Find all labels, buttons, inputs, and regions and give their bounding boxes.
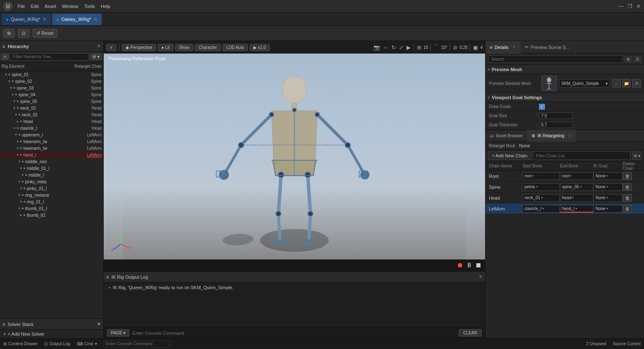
ik-retargeting-tab-close[interactable]: ✕: [568, 133, 571, 138]
asset-browser-tab[interactable]: 🗂 Asset Browser: [486, 130, 527, 142]
delete-chain-head-button[interactable]: 🗑: [623, 194, 632, 202]
list-item[interactable]: ▾ ✦ clavicle_l Head: [0, 125, 103, 131]
ik-retargeting-tab[interactable]: ⚙ IK Retargeting ✕: [527, 130, 576, 142]
viewport-goal-section-header[interactable]: ▾ Viewport Goal Settings: [486, 93, 644, 102]
preview-scene-tab[interactable]: ✏ Preview Scene S...: [521, 41, 574, 54]
perspective-button[interactable]: ◉ Perspective: [122, 44, 156, 51]
list-item-highlighted[interactable]: ▾ ✦ hand_l LeftArm: [0, 151, 103, 158]
list-item[interactable]: ▾ ✦ spine_02 Spine: [0, 78, 103, 85]
tab-close-oakley[interactable]: ✕: [94, 17, 97, 22]
details-search-input[interactable]: [488, 55, 623, 63]
minimize-button[interactable]: —: [618, 3, 624, 9]
list-item[interactable]: ▸ ✦ thumb_02: [0, 212, 103, 218]
list-item[interactable]: ▾ ✦ spine_03 Spine: [0, 85, 103, 91]
list-item[interactable]: ▾ ✦ lowerarm_tw LeftArm: [0, 145, 103, 151]
log-close[interactable]: ✕: [479, 274, 483, 280]
list-item[interactable]: ▾ ✦ middle_01_l: [0, 165, 103, 172]
maximize-button[interactable]: ❐: [628, 3, 632, 9]
end-bone-head-dropdown[interactable]: head ▾: [560, 194, 593, 202]
goal-head-dropdown[interactable]: None ▾: [593, 194, 623, 202]
start-bone-spine-dropdown[interactable]: pelvis ▾: [522, 183, 560, 191]
start-bone-root-dropdown[interactable]: root ▾: [522, 172, 560, 180]
list-item[interactable]: ▾ ✦ pinky_01_l: [0, 185, 103, 192]
list-item[interactable]: ▾ ✦ lowerarm_tw LeftArm: [0, 138, 103, 145]
list-item[interactable]: ▾ ✦ spine_01 Spine: [0, 71, 103, 78]
start-bone-head-dropdown[interactable]: neck_01 ▾: [522, 194, 560, 202]
grid-icon[interactable]: ⊞: [416, 44, 422, 51]
speed-button[interactable]: ▶ x1.0: [250, 44, 270, 51]
list-item[interactable]: ▾ ✦ ring_01_l: [0, 198, 103, 205]
lod-button[interactable]: LOD Auto: [222, 44, 248, 51]
list-item[interactable]: ▾ ✦ pinky_meta: [0, 178, 103, 185]
hierarchy-settings-button[interactable]: ⚙ ▾: [90, 54, 102, 60]
hierarchy-close[interactable]: ✕: [97, 44, 101, 49]
goal-root-dropdown[interactable]: None ▾: [593, 172, 623, 180]
details-view-button[interactable]: ⊞: [624, 56, 632, 62]
end-bone-spine-dropdown[interactable]: spine_05 ▾: [560, 183, 593, 191]
menu-help[interactable]: Help: [101, 4, 110, 9]
tab-close-queen[interactable]: ✕: [43, 17, 46, 22]
list-item[interactable]: ▾ ✦ thumb_01_l: [0, 205, 103, 212]
chain-settings-button[interactable]: ⚙ ▾: [632, 151, 641, 160]
mesh-use-button[interactable]: ←: [612, 79, 621, 87]
menu-window[interactable]: Window: [62, 4, 78, 9]
camera-icon[interactable]: 📷: [373, 44, 381, 51]
preview-mesh-section-header[interactable]: ▾ Preview Mesh: [486, 65, 644, 74]
lit-button[interactable]: ● Lit: [158, 44, 174, 51]
angle-icon[interactable]: ⌒: [433, 44, 440, 51]
delete-chain-leftarm-button[interactable]: 🗑: [623, 205, 632, 213]
list-item[interactable]: ▾ ✦ spine_04 Spine: [0, 91, 103, 98]
draw-goals-checkbox[interactable]: ✓: [539, 104, 545, 110]
tab-oakley-ikrig[interactable]: ♦ Oakley_IKRig* ✕: [52, 13, 102, 25]
list-item[interactable]: ▾ ✦ neck_02 Head: [0, 111, 103, 118]
list-item[interactable]: ▾ ✦ ring_metacar: [0, 192, 103, 198]
record-button[interactable]: ⏺: [457, 262, 463, 269]
goal-spine-dropdown[interactable]: None ▾: [593, 183, 623, 191]
character-button[interactable]: Character: [195, 44, 221, 51]
hierarchy-add-button[interactable]: +: [2, 54, 8, 60]
chain-row-leftarm[interactable]: LeftArm clavicle_l ▾ hand_l ▾: [486, 203, 644, 214]
window-controls[interactable]: — ❐ ✕: [618, 3, 641, 9]
move-icon[interactable]: ↔: [382, 44, 389, 51]
console-input[interactable]: [133, 331, 455, 336]
delete-chain-root-button[interactable]: 🗑: [623, 172, 632, 180]
scale-icon-2[interactable]: ⊘: [452, 44, 458, 51]
list-item[interactable]: ▸ ✦ head Head: [0, 118, 103, 125]
chain-row-spine[interactable]: Spine pelvis ▾ spine_05 ▾: [486, 182, 644, 192]
details-tab[interactable]: ≡ Details ✕: [486, 41, 521, 54]
cmd-dropdown[interactable]: ⌨ Cmd ▾: [77, 341, 97, 346]
show-button[interactable]: Show: [175, 44, 193, 51]
solver-close[interactable]: ✕: [97, 321, 101, 327]
add-new-chain-button[interactable]: + Add New Chain: [488, 151, 531, 160]
end-bone-root-dropdown[interactable]: root ▾: [560, 172, 593, 180]
add-new-solver-button[interactable]: + + Add New Solver: [0, 330, 103, 338]
goal-leftarm-dropdown[interactable]: None ▾: [593, 205, 623, 213]
end-bone-leftarm-dropdown[interactable]: hand_l ▾: [560, 205, 593, 213]
goal-thickness-input[interactable]: [539, 122, 572, 128]
list-item[interactable]: ▾ ✦ upperarm_l LeftArm: [0, 131, 103, 138]
stop-button[interactable]: ⏹: [475, 262, 482, 269]
chain-row-head[interactable]: Head neck_01 ▾ head ▾: [486, 192, 644, 203]
anim-icon[interactable]: ▶: [406, 44, 411, 51]
rotate-icon[interactable]: ↻: [391, 44, 397, 51]
list-item[interactable]: ▾ ✦ spine_05 Spine: [0, 98, 103, 105]
menu-asset[interactable]: Asset: [45, 4, 56, 9]
details-tab-close[interactable]: ✕: [512, 44, 516, 50]
toolbar-icon-1[interactable]: ⊞: [3, 29, 15, 38]
content-drawer-button[interactable]: ⊞ Content Drawer: [3, 341, 38, 346]
pause-button[interactable]: ⏸: [466, 262, 473, 269]
menu-file[interactable]: File: [18, 4, 25, 9]
list-item[interactable]: ▾ ✦ neck_01 Head: [0, 105, 103, 111]
list-item[interactable]: ▾ ✦ middle_met: [0, 158, 103, 165]
mesh-dropdown[interactable]: SKM_Quinn_Simple ▾: [559, 79, 610, 87]
page-button[interactable]: PAGE ▾: [107, 329, 129, 336]
scale-icon[interactable]: ⤢: [398, 44, 404, 51]
menu-edit[interactable]: Edit: [31, 4, 39, 9]
close-button[interactable]: ✕: [636, 3, 641, 9]
list-item[interactable]: ▾ ✦ middle_l: [0, 172, 103, 178]
cam-icon[interactable]: ▣: [472, 44, 479, 51]
toolbar-icon-2[interactable]: ⊡: [18, 29, 29, 38]
mesh-browse-button[interactable]: 📁: [622, 79, 631, 87]
chain-filter-input[interactable]: [533, 151, 631, 160]
start-bone-leftarm-dropdown[interactable]: clavicle_l ▾: [522, 205, 560, 213]
